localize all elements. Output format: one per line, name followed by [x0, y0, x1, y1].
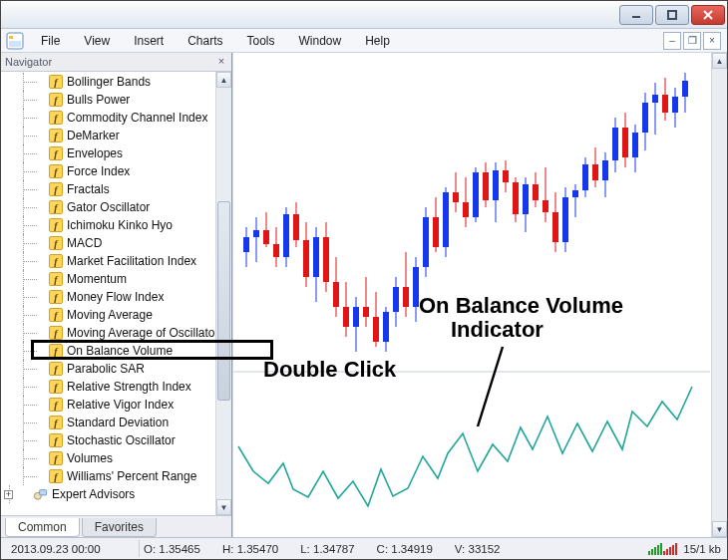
menu-view[interactable]: View [72, 30, 122, 52]
indicator-label: Stochastic Oscillator [67, 433, 176, 447]
indicator-item[interactable]: fStochastic Oscillator [1, 431, 215, 449]
status-close: C: 1.34919 [377, 543, 433, 555]
indicator-item[interactable]: fRelative Vigor Index [1, 396, 215, 414]
indicator-item[interactable]: fMACD [1, 234, 215, 252]
status-high: H: 1.35470 [222, 543, 278, 555]
indicator-label: Ichimoku Kinko Hyo [67, 218, 173, 232]
indicator-item[interactable]: fRelative Strength Index [1, 378, 215, 396]
indicator-label: Force Index [67, 164, 130, 178]
status-connection: 15/1 kb [683, 543, 721, 555]
indicator-item[interactable]: fDeMarker [1, 127, 215, 144]
indicator-icon: f [49, 326, 63, 340]
svg-rect-15 [263, 230, 269, 244]
indicator-label: Moving Average of Oscillator [67, 326, 215, 340]
indicator-item[interactable]: fMoney Flow Index [1, 288, 215, 306]
indicator-item[interactable]: fBollinger Bands [1, 73, 215, 91]
mdi-minimize-button[interactable]: – [663, 32, 681, 50]
svg-rect-91 [642, 103, 648, 133]
chart-scrollbar-v[interactable]: ▲ ▼ [711, 53, 727, 537]
svg-rect-41 [393, 287, 399, 312]
indicator-icon: f [49, 272, 63, 286]
window-close-button[interactable] [691, 5, 725, 25]
navigator-tab-common[interactable]: Common [5, 518, 80, 537]
navigator-panel: Navigator × fBollinger BandsfBulls Power… [1, 53, 232, 537]
svg-rect-39 [383, 312, 389, 342]
window-minimize-button[interactable] [619, 5, 653, 25]
indicator-icon: f [49, 344, 63, 358]
indicator-item[interactable]: fMomentum [1, 270, 215, 288]
svg-rect-23 [303, 240, 309, 277]
svg-rect-35 [363, 307, 369, 317]
svg-rect-29 [333, 282, 339, 307]
menu-window[interactable]: Window [287, 30, 354, 52]
indicator-item[interactable]: fEnvelopes [1, 144, 215, 162]
scroll-thumb[interactable] [217, 201, 230, 401]
statusbar: 2013.09.23 00:00 O: 1.35465 H: 1.35470 L… [1, 537, 727, 559]
svg-rect-93 [652, 95, 658, 103]
indicator-item[interactable]: fIchimoku Kinko Hyo [1, 216, 215, 234]
svg-rect-33 [353, 307, 359, 327]
svg-rect-1 [668, 11, 676, 19]
indicator-icon: f [49, 111, 63, 125]
navigator-tab-favorites[interactable]: Favorites [82, 518, 157, 537]
menu-file[interactable]: File [29, 30, 72, 52]
indicator-icon: f [49, 451, 63, 465]
scroll-up-button[interactable]: ▲ [216, 72, 231, 88]
indicator-item[interactable]: fFractals [1, 180, 215, 198]
indicator-icon: f [49, 433, 63, 447]
svg-rect-13 [253, 230, 259, 237]
svg-rect-69 [533, 184, 539, 200]
indicator-icon: f [49, 469, 63, 483]
menu-help[interactable]: Help [353, 30, 402, 52]
chart-scroll-down[interactable]: ▼ [712, 521, 727, 537]
navigator-scrollbar[interactable]: ▲ ▼ [215, 72, 231, 515]
indicator-item[interactable]: fCommodity Channel Index [1, 109, 215, 127]
tree-expand-icon[interactable]: + [4, 490, 13, 499]
svg-rect-97 [672, 97, 678, 113]
app-icon [5, 31, 25, 51]
chart-area[interactable]: ▲ ▼ Double Click On Balance Volume Indic… [232, 53, 727, 537]
indicator-icon: f [49, 398, 63, 412]
navigator-tree[interactable]: fBollinger BandsfBulls PowerfCommodity C… [1, 72, 215, 515]
indicator-item[interactable]: fMoving Average [1, 306, 215, 324]
indicator-item[interactable]: fMarket Facilitation Index [1, 252, 215, 270]
chart-scroll-up[interactable]: ▲ [712, 53, 727, 69]
svg-rect-63 [503, 170, 509, 182]
svg-rect-53 [453, 192, 459, 202]
indicator-label: Moving Average [67, 308, 153, 322]
indicator-item[interactable]: fParabolic SAR [1, 360, 215, 378]
indicator-item[interactable]: fGator Oscillator [1, 198, 215, 216]
navigator-close-button[interactable]: × [215, 56, 227, 68]
indicator-icon: f [49, 218, 63, 232]
indicator-item[interactable]: fOn Balance Volume [1, 342, 215, 360]
svg-rect-73 [552, 212, 558, 242]
scroll-down-button[interactable]: ▼ [216, 499, 231, 515]
indicator-icon: f [49, 254, 63, 268]
indicator-item[interactable]: fVolumes [1, 449, 215, 467]
indicator-icon: f [49, 182, 63, 196]
expert-advisors-item[interactable]: +Expert Advisors [1, 485, 215, 503]
indicator-label: Gator Oscillator [67, 200, 150, 214]
svg-rect-17 [273, 244, 279, 257]
indicator-item[interactable]: fWilliams' Percent Range [1, 467, 215, 485]
mdi-close-button[interactable]: × [703, 32, 721, 50]
indicator-item[interactable]: fMoving Average of Oscillator [1, 324, 215, 342]
expert-advisors-icon [33, 487, 48, 501]
window-titlebar [1, 1, 727, 29]
svg-rect-51 [443, 192, 449, 247]
menu-charts[interactable]: Charts [176, 30, 234, 52]
menu-tools[interactable]: Tools [235, 30, 287, 52]
indicator-item[interactable]: fForce Index [1, 162, 215, 180]
status-datetime: 2013.09.23 00:00 [7, 543, 135, 555]
menu-insert[interactable]: Insert [122, 30, 176, 52]
svg-rect-31 [343, 307, 349, 327]
window-maximize-button[interactable] [655, 5, 689, 25]
svg-rect-71 [543, 200, 548, 212]
indicator-icon: f [49, 129, 63, 142]
indicator-label: Parabolic SAR [67, 362, 145, 376]
svg-rect-57 [473, 172, 479, 217]
indicator-item[interactable]: fBulls Power [1, 91, 215, 109]
indicator-label: Envelopes [67, 146, 123, 160]
mdi-restore-button[interactable]: ❐ [683, 32, 701, 50]
indicator-item[interactable]: fStandard Deviation [1, 414, 215, 431]
